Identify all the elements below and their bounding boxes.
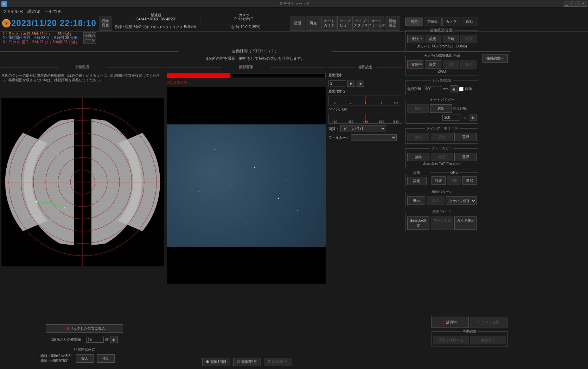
camera-section: カメラ(ASI294MC Pro) 接続中 設定 日時 選択 ZWO [405,53,478,76]
mount-datetime-button[interactable]: 日時 [443,35,459,43]
mount-connect-button[interactable]: 接続中 [407,35,423,43]
goto-click-button[interactable]: クリックした位置に導入 [46,324,123,333]
menubar: ファイル(F) 設定(S) ヘルプ(H) [0,8,588,15]
maximize-button[interactable]: □ [571,1,579,7]
capture-progress [167,73,326,78]
today-data-button[interactable]: 今日の データ [83,32,96,44]
app-icon: S [1,1,7,7]
sunrise-time: 3：日 の 出 翌日 6 時 21 分（ 8 時間 03 分後） [3,40,81,44]
menu-file[interactable]: ファイル(F) [3,9,23,14]
polar-show-button[interactable]: 表示 [407,196,425,205]
exposure-readout-label: 露出[秒]: [328,89,342,94]
image1-button[interactable]: 画像1回目 [202,358,230,366]
location-section: 場所 設定 [405,170,428,187]
exposure-input[interactable] [328,80,346,86]
exposure-stop-icon[interactable]: ■ [357,80,364,87]
fine-done-button[interactable]: 微動完了 [470,336,506,344]
menu-settings[interactable]: 設定(S) [27,9,40,14]
polar-zoom-button[interactable]: 拡大 [427,196,445,205]
liveview-button[interactable]: ライブ ビュー [337,16,353,31]
fw-settings-button[interactable]: 設定 [431,133,453,141]
manual-move-button[interactable]: 手動で移動する [433,336,469,344]
datetime-display: 7 2023/11/20 22:18:10 [0,15,98,31]
manual-adjust-section: 手動調整 手動で移動する 微動完了 [431,329,508,347]
moonset-time: 1：月の入り 本日 23時 11分（ 53 分後） [3,32,81,36]
lens-icon-button[interactable]: ◉ [450,85,458,92]
guider-connect-button[interactable]: 接続 [407,104,429,113]
autoguide-button[interactable]: オート ガイド [321,16,337,31]
replay-button[interactable]: 再生 [306,16,321,31]
fw-choose-button[interactable]: 選択 [454,133,477,141]
datetime-change-button[interactable]: 日時 変更 [99,16,112,31]
position-header: 計測位置 [1,65,164,70]
guide-settings-section: 設定/ガイド GearBox設定 データ更新 ガイド表示 [405,209,478,232]
gain-ruler[interactable]: 420450480510540 [328,114,402,124]
mount-section: 望遠鏡(赤道儀) 接続中 設定 日時 選択 タカハシ FG-Temma2Z (C… [405,28,478,51]
autofocus-button[interactable]: オート フォーカス [369,16,384,31]
image-preview[interactable] [167,87,326,284]
camera-settings-button[interactable]: 設定 [425,60,441,69]
camera-connect-button[interactable]: 接続中 [407,60,423,69]
location-settings-button[interactable]: 設定 [407,177,427,185]
polar-button[interactable]: 極軸 補正 [385,16,400,31]
astro-times-bar: 1：月の入り 本日 23時 11分（ 53 分後） 2：薄明開始 翌日 4 時 … [0,32,588,44]
close-button[interactable]: × [580,1,587,7]
image2-button[interactable]: 画像2回目 [233,358,261,366]
guider-fl-label: 焦点距離: [453,106,467,111]
tab-auto[interactable]: 自動 [461,18,478,26]
starmap-button[interactable]: 星図 [290,16,305,31]
stop-button[interactable]: 停止 [97,354,115,363]
position-description: 星図のグレーの部分に望遠鏡の移動範囲（緑色の線）が入るように、計測開始位置を設定… [1,73,164,82]
guider-icon-button[interactable]: ◉ [469,114,477,121]
mount-settings-button[interactable]: 設定 [425,35,441,43]
left-column: 計測位置 星図のグレーの部分に望遠鏡の移動範囲（緑色の線）が入るように、計測開始… [0,61,165,369]
tab-camera[interactable]: カメラ [442,18,460,26]
guider-fl-unit: mm [461,116,467,119]
data-update-button[interactable]: データ更新 [431,216,453,230]
capture-status-text: (4/10) 撮影中... [167,80,326,85]
gearbox-button[interactable]: GearBox設定 [407,216,429,230]
sky-map[interactable]: + + × [1,98,164,266]
gps-sync-button[interactable]: 同期 [447,176,461,185]
quality-select[interactable]: ビニング1x1 [340,125,386,132]
gps-connect-button[interactable]: 接続 [432,176,446,185]
focuser-choose-button[interactable]: 選択 [454,153,477,161]
move-amount-icon[interactable]: ◉ [110,336,118,343]
focuser-section: フォーカサー 接続 設定 選択 AstroArts EAF Emulator [405,146,478,168]
fw-connect-button[interactable]: 接続 [407,133,429,141]
measuring-button[interactable]: 計測中 [431,317,469,328]
guide-show-button[interactable]: ガイド表示 [454,216,477,230]
test-shot-button[interactable]: テスト撮影 [470,317,508,328]
guider-fl-input[interactable] [442,115,460,121]
tab-telescope[interactable]: 望遠鏡 [424,18,441,26]
minimize-button[interactable]: _ [563,1,570,7]
guider-choose-button[interactable]: 選択 [430,104,452,113]
exposure-ruler[interactable]: 84210.5 [328,96,402,105]
image3-button[interactable]: 画像3回目 [264,358,292,366]
filter-label: フィルター： [328,135,350,140]
dec-value: +06°40'50" [51,359,68,363]
livestack-button[interactable]: ライブ スタック [353,16,369,31]
mirror-checkbox[interactable] [459,87,464,91]
menu-help[interactable]: ヘルプ(H) [45,9,62,14]
mount-choose-button[interactable]: 選択 [460,35,477,43]
gain-label: ゲイン: [328,107,340,112]
exposure-play-icon[interactable]: ▶ [347,80,355,87]
focuser-connect-button[interactable]: 接続 [407,153,429,161]
tab-settings[interactable]: 設定 [405,18,423,26]
gps-choose-button[interactable]: 選択 [462,176,477,185]
filter-select[interactable] [351,134,397,141]
svg-text:+: + [35,199,38,204]
camera-choose-button[interactable]: 選択 [460,60,477,69]
topbar: 7 2023/11/20 22:18:10 日時 変更 望遠鏡04h41m38.… [0,15,588,32]
camera-datetime-button[interactable]: 日時 [443,60,459,69]
focuser-settings-button[interactable]: 設定 [431,153,453,161]
move-amount-label: 1回あたりの移動量： [51,337,85,342]
move-amount-input[interactable] [86,337,104,343]
polar-adjust-button[interactable]: 極軸調整へ [482,54,508,63]
image-selector-row: 画像1回目 画像2回目 画像3回目 [169,358,325,366]
toolbar: 星図 再生 オート ガイド ライブ ビュー ライブ スタック オート フォーカス… [288,15,402,31]
goto-button[interactable]: 導入 [76,354,94,363]
polar-model-select[interactable]: タカハシ(旧) [446,196,477,205]
focal-length-input[interactable] [424,86,441,92]
